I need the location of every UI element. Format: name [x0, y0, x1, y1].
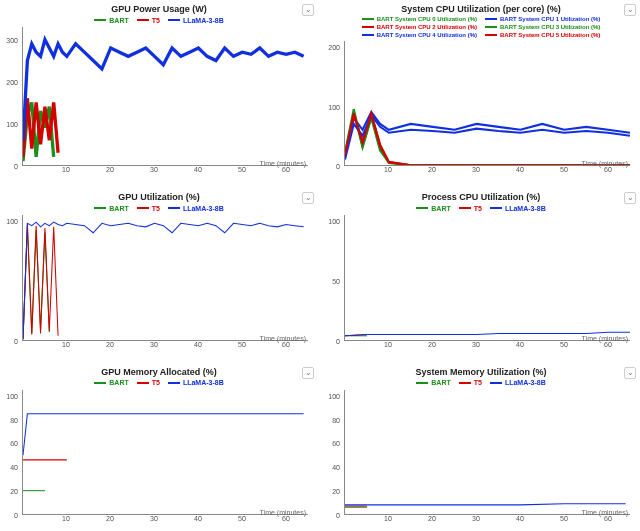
y-tick-label: 100 — [328, 103, 340, 110]
legend-item[interactable]: BART System CPU 3 Utilization (%) — [485, 23, 600, 31]
chart-menu-icon[interactable]: ⌄ — [302, 192, 314, 204]
x-tick-label: 40 — [194, 166, 202, 173]
x-tick-label: 10 — [62, 515, 70, 522]
x-tick-label: 30 — [472, 341, 480, 348]
legend-swatch — [168, 382, 180, 384]
plot-area[interactable]: 0100200300Time (minutes)102030405060 — [2, 27, 316, 178]
chart-title: System CPU Utilization (per core) (%) — [324, 4, 638, 14]
y-tick-label: 100 — [328, 392, 340, 399]
chart-menu-icon[interactable]: ⌄ — [302, 4, 314, 16]
legend-item[interactable]: BART System CPU 2 Utilization (%) — [362, 23, 477, 31]
x-tick-label: 50 — [560, 166, 568, 173]
legend-label: BART — [109, 378, 128, 387]
y-axis: 050100 — [324, 215, 342, 340]
y-tick-label: 0 — [14, 512, 18, 519]
legend-item[interactable]: LLaMA-3-8B — [490, 203, 546, 213]
legend-swatch — [362, 18, 374, 20]
legend-item[interactable]: T5 — [137, 378, 160, 388]
x-tick-label: 50 — [238, 515, 246, 522]
x-tick-label: 40 — [516, 341, 524, 348]
legend-label: T5 — [152, 204, 160, 213]
legend-item[interactable]: BART System CPU 0 Utilization (%) — [362, 15, 477, 23]
legend-item[interactable]: BART — [94, 15, 128, 25]
panel-sys_cpu: System CPU Utilization (per core) (%)⌄BA… — [324, 4, 638, 178]
legend-item[interactable]: BART — [416, 203, 450, 213]
x-tick-label: 20 — [106, 341, 114, 348]
plot-area[interactable]: 0100Time (minutes)102030405060 — [2, 215, 316, 352]
legend-swatch — [362, 34, 374, 36]
plot-area[interactable]: 050100Time (minutes)102030405060 — [324, 215, 638, 352]
y-tick-label: 0 — [14, 337, 18, 344]
legend-item[interactable]: T5 — [459, 378, 482, 388]
x-tick-label: 30 — [472, 166, 480, 173]
plot-area[interactable]: 0100200Time (minutes)102030405060 — [324, 41, 638, 178]
x-axis: 102030405060 — [344, 515, 630, 527]
legend-item[interactable]: BART — [416, 378, 450, 388]
plot: Time (minutes) — [22, 27, 308, 166]
chart-menu-icon[interactable]: ⌄ — [302, 367, 314, 379]
x-tick-label: 60 — [604, 341, 612, 348]
x-tick-label: 30 — [150, 341, 158, 348]
legend-label: BART System CPU 5 Utilization (%) — [500, 31, 600, 39]
legend-item[interactable]: T5 — [137, 15, 160, 25]
x-axis: 102030405060 — [22, 341, 308, 353]
x-tick-label: 20 — [106, 515, 114, 522]
legend-swatch — [485, 26, 497, 28]
series-line — [23, 222, 304, 339]
legend-item[interactable]: T5 — [459, 203, 482, 213]
legend-swatch — [459, 207, 471, 209]
plot-area[interactable]: 020406080100Time (minutes)102030405060 — [324, 390, 638, 527]
legend-item[interactable]: LLaMA-3-8B — [490, 378, 546, 388]
y-axis: 0100200300 — [2, 27, 20, 166]
x-tick-label: 30 — [150, 515, 158, 522]
legend-label: LLaMA-3-8B — [183, 204, 224, 213]
panel-sys_mem: System Memory Utilization (%)⌄BARTT5LLaM… — [324, 367, 638, 527]
y-tick-label: 0 — [14, 163, 18, 170]
x-tick-label: 10 — [62, 341, 70, 348]
legend-swatch — [94, 19, 106, 21]
x-tick-label: 10 — [384, 166, 392, 173]
x-tick-label: 40 — [516, 515, 524, 522]
plot: Time (minutes) — [344, 390, 630, 515]
plot: Time (minutes) — [22, 390, 308, 515]
chart-menu-icon[interactable]: ⌄ — [624, 367, 636, 379]
legend-label: BART — [431, 204, 450, 213]
x-tick-label: 30 — [472, 515, 480, 522]
plot-area[interactable]: 020406080100Time (minutes)102030405060 — [2, 390, 316, 527]
legend-swatch — [490, 207, 502, 209]
y-tick-label: 100 — [6, 392, 18, 399]
legend-item[interactable]: LLaMA-3-8B — [168, 378, 224, 388]
panel-proc_cpu: Process CPU Utilization (%)⌄BARTT5LLaMA-… — [324, 192, 638, 352]
legend-item[interactable]: BART — [94, 378, 128, 388]
legend: BARTT5LLaMA-3-8B — [324, 203, 638, 213]
plot: Time (minutes) — [344, 41, 630, 166]
x-tick-label: 50 — [238, 166, 246, 173]
legend-label: BART — [431, 378, 450, 387]
legend-swatch — [137, 382, 149, 384]
chart-menu-icon[interactable]: ⌄ — [624, 192, 636, 204]
x-tick-label: 60 — [282, 341, 290, 348]
legend-item[interactable]: BART System CPU 4 Utilization (%) — [362, 31, 477, 39]
legend-label: BART System CPU 1 Utilization (%) — [500, 15, 600, 23]
legend-item[interactable]: LLaMA-3-8B — [168, 15, 224, 25]
y-axis: 0100200 — [324, 41, 342, 166]
legend-item[interactable]: LLaMA-3-8B — [168, 203, 224, 213]
y-tick-label: 100 — [328, 218, 340, 225]
legend-item[interactable]: T5 — [137, 203, 160, 213]
legend-label: T5 — [152, 16, 160, 25]
legend-swatch — [137, 207, 149, 209]
legend-item[interactable]: BART System CPU 1 Utilization (%) — [485, 15, 600, 23]
series-line — [23, 40, 304, 141]
x-tick-label: 20 — [428, 166, 436, 173]
legend-item[interactable]: BART System CPU 5 Utilization (%) — [485, 31, 600, 39]
x-tick-label: 10 — [384, 515, 392, 522]
x-tick-label: 60 — [282, 515, 290, 522]
legend-label: BART System CPU 4 Utilization (%) — [377, 31, 477, 39]
y-tick-label: 60 — [10, 440, 18, 447]
legend-item[interactable]: BART — [94, 203, 128, 213]
panel-gpu_mem: GPU Memory Allocated (%)⌄BARTT5LLaMA-3-8… — [2, 367, 316, 527]
legend-swatch — [168, 19, 180, 21]
chart-menu-icon[interactable]: ⌄ — [624, 4, 636, 16]
y-tick-label: 50 — [332, 277, 340, 284]
y-tick-label: 0 — [336, 512, 340, 519]
